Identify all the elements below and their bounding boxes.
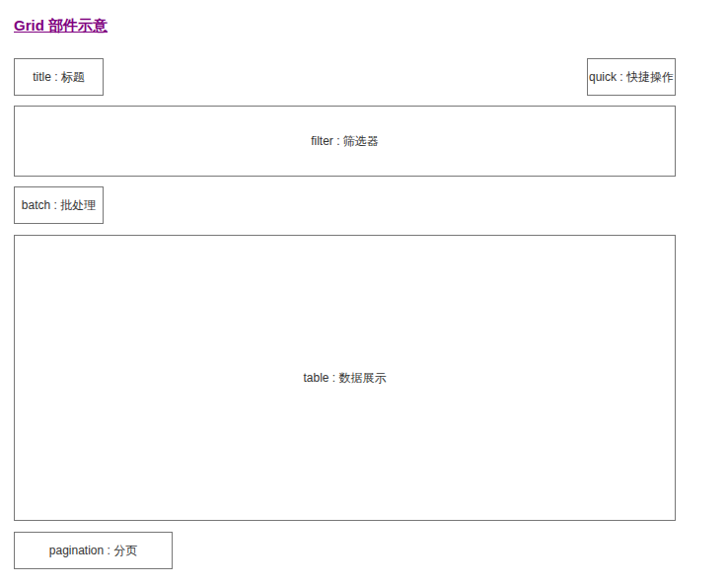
top-row: title : 标题 quick : 快捷操作 — [14, 58, 676, 96]
grid-diagram: title : 标题 quick : 快捷操作 filter : 筛选器 bat… — [14, 58, 676, 569]
page: Grid 部件示意 title : 标题 quick : 快捷操作 filter… — [0, 0, 676, 569]
slot-table: table : 数据展示 — [14, 235, 676, 521]
slot-title: title : 标题 — [14, 58, 104, 96]
slot-quick: quick : 快捷操作 — [587, 58, 676, 96]
slot-batch: batch : 批处理 — [14, 186, 104, 224]
slot-filter: filter : 筛选器 — [14, 106, 676, 177]
page-heading-link[interactable]: Grid 部件示意 — [14, 17, 108, 34]
page-heading: Grid 部件示意 — [14, 16, 676, 35]
slot-pagination: pagination : 分页 — [14, 532, 173, 569]
